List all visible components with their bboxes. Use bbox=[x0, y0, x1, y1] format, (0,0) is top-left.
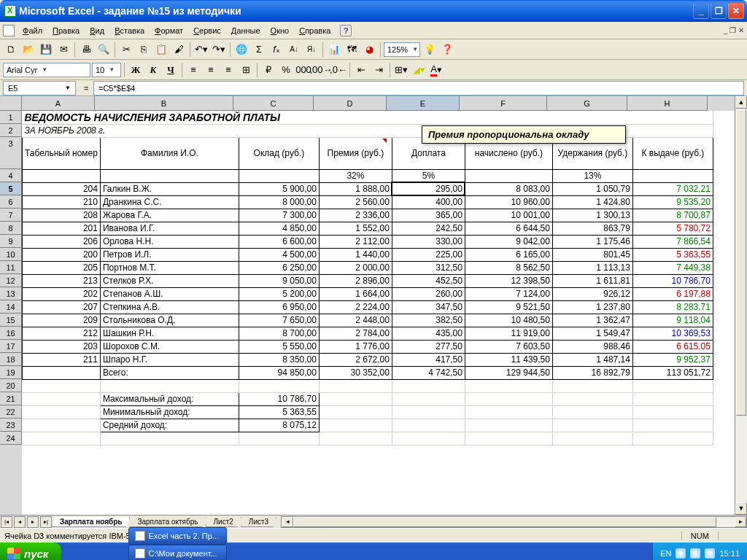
cell[interactable] bbox=[100, 169, 239, 182]
row-header-19[interactable]: 19 bbox=[0, 366, 22, 379]
cell[interactable]: 1 424,80 bbox=[552, 195, 632, 209]
cell[interactable]: 2 336,00 bbox=[319, 209, 392, 222]
scroll-right-button[interactable]: ▸ bbox=[735, 517, 746, 527]
cell[interactable]: 10 960,00 bbox=[465, 195, 552, 209]
clock[interactable]: 15:11 bbox=[719, 549, 740, 558]
cell[interactable]: 207 bbox=[23, 300, 101, 314]
sheet-tab[interactable]: Зарплата октябрь bbox=[129, 517, 206, 527]
menu-сервис[interactable]: Сервис bbox=[188, 24, 226, 37]
zoom-combo[interactable]: 125%▼ bbox=[384, 42, 420, 57]
cell[interactable]: 5 363,55 bbox=[632, 248, 713, 261]
cell[interactable]: 6 197,88 bbox=[632, 287, 713, 300]
cell[interactable]: 201 bbox=[23, 222, 101, 235]
vertical-scrollbar[interactable]: ▲ ▼ bbox=[735, 96, 747, 515]
cell[interactable]: Шпаро Н.Г. bbox=[100, 353, 239, 366]
grid-cells[interactable]: ВЕДОМОСТЬ НАЧИСЛЕНИЯ ЗАРАБОТНОЙ ПЛАТЫЗА … bbox=[22, 111, 735, 515]
cell[interactable] bbox=[319, 405, 392, 419]
cell[interactable] bbox=[552, 379, 632, 392]
cell[interactable] bbox=[23, 419, 101, 432]
open-button[interactable]: 📂 bbox=[20, 42, 36, 58]
font-color-button[interactable]: A▾ bbox=[428, 62, 444, 78]
cell[interactable]: 12 398,50 bbox=[465, 274, 552, 287]
row-header-12[interactable]: 12 bbox=[0, 274, 22, 287]
merge-center-button[interactable]: ⊞ bbox=[238, 62, 254, 78]
cell[interactable]: 1 113,13 bbox=[552, 261, 632, 274]
cell[interactable]: 926,12 bbox=[552, 287, 632, 300]
cell[interactable]: 16 892,79 bbox=[552, 366, 632, 379]
cell[interactable]: 208 bbox=[23, 209, 101, 222]
row-header-3[interactable]: 3 bbox=[0, 137, 22, 169]
cell[interactable]: 9 050,00 bbox=[239, 274, 319, 287]
cell[interactable] bbox=[392, 419, 465, 432]
cell[interactable] bbox=[632, 419, 713, 432]
cell[interactable]: 94 850,00 bbox=[239, 366, 319, 379]
cell[interactable]: 9 535,20 bbox=[632, 195, 713, 209]
cell[interactable]: 4 500,00 bbox=[239, 248, 319, 261]
cell[interactable]: 7 124,00 bbox=[465, 287, 552, 300]
cell[interactable]: 205 bbox=[23, 261, 101, 274]
tray-icon[interactable] bbox=[690, 548, 700, 559]
cell[interactable]: 2 896,00 bbox=[319, 274, 392, 287]
cell[interactable]: Средний доход: bbox=[100, 419, 239, 432]
tab-nav-prev[interactable]: ◂ bbox=[14, 516, 26, 528]
row-header-23[interactable]: 23 bbox=[0, 419, 22, 432]
row-headers[interactable]: 123456789101112131415161718192021222324 bbox=[0, 111, 22, 515]
cell[interactable]: 260,00 bbox=[392, 287, 465, 300]
cell[interactable]: 365,00 bbox=[392, 209, 465, 222]
cell[interactable]: 5 900,00 bbox=[239, 182, 319, 195]
cell[interactable] bbox=[465, 405, 552, 419]
cell[interactable]: Шорохов С.М. bbox=[100, 340, 239, 353]
percent-button[interactable]: % bbox=[278, 62, 294, 78]
cell[interactable]: 8 562,50 bbox=[465, 261, 552, 274]
row-header-4[interactable]: 4 bbox=[0, 169, 22, 182]
cell[interactable] bbox=[23, 379, 101, 392]
cell[interactable] bbox=[23, 432, 101, 445]
taskbar-button[interactable]: Excel часть 2. Пр... bbox=[128, 527, 227, 545]
cell[interactable]: 6 950,00 bbox=[239, 300, 319, 314]
bold-button[interactable]: Ж bbox=[128, 62, 144, 78]
cell[interactable]: 209 bbox=[23, 314, 101, 327]
autosum-button[interactable]: Σ bbox=[251, 42, 267, 58]
cell[interactable]: 9 118,04 bbox=[632, 314, 713, 327]
cell[interactable]: 8 700,00 bbox=[239, 327, 319, 340]
cell[interactable]: 330,00 bbox=[392, 235, 465, 248]
redo-button[interactable]: ↷▾ bbox=[211, 42, 227, 58]
cell[interactable]: 801,45 bbox=[552, 248, 632, 261]
cell[interactable] bbox=[465, 169, 552, 182]
italic-button[interactable]: К bbox=[145, 62, 161, 78]
cell[interactable]: 1 237,80 bbox=[552, 300, 632, 314]
decimal-dec-button[interactable]: ,0← bbox=[330, 62, 347, 78]
col-header-F[interactable]: F bbox=[460, 96, 547, 111]
cell[interactable]: 5 363,55 bbox=[239, 405, 319, 419]
menu-вид[interactable]: Вид bbox=[85, 24, 109, 37]
menu-вставка[interactable]: Вставка bbox=[109, 24, 150, 37]
cell[interactable]: 6 250,00 bbox=[239, 261, 319, 274]
row-header-9[interactable]: 9 bbox=[0, 235, 22, 248]
close-button[interactable]: ✕ bbox=[728, 3, 744, 19]
sheet-tab[interactable]: Лист2 bbox=[206, 517, 241, 527]
cell[interactable]: 347,50 bbox=[392, 300, 465, 314]
cell[interactable] bbox=[552, 432, 632, 445]
cell[interactable]: 1 440,00 bbox=[319, 248, 392, 261]
cell[interactable]: 8 075,12 bbox=[239, 419, 319, 432]
cell[interactable]: 7 032,21 bbox=[632, 182, 713, 195]
row-header-24[interactable]: 24 bbox=[0, 432, 22, 445]
cell[interactable] bbox=[465, 379, 552, 392]
cell[interactable]: 435,00 bbox=[392, 327, 465, 340]
scroll-thumb[interactable] bbox=[736, 109, 746, 416]
format-painter-button[interactable]: 🖌 bbox=[171, 42, 187, 58]
tab-nav-first[interactable]: |◂ bbox=[1, 516, 12, 528]
sort-desc-button[interactable]: Я↓ bbox=[303, 42, 320, 58]
cell[interactable]: 5 780,72 bbox=[632, 222, 713, 235]
cell[interactable]: 9 952,37 bbox=[632, 353, 713, 366]
menu-справка[interactable]: Справка bbox=[294, 24, 336, 37]
cell[interactable]: 1 664,00 bbox=[319, 287, 392, 300]
row-header-7[interactable]: 7 bbox=[0, 209, 22, 222]
tray-icon[interactable] bbox=[705, 548, 715, 559]
cell[interactable]: 5 550,00 bbox=[239, 340, 319, 353]
cell[interactable]: 242,50 bbox=[392, 222, 465, 235]
paste-button[interactable]: 📋 bbox=[153, 42, 169, 58]
cell[interactable]: ВЕДОМОСТЬ НАЧИСЛЕНИЯ ЗАРАБОТНОЙ ПЛАТЫ bbox=[23, 111, 713, 124]
function-button[interactable]: fₓ bbox=[268, 42, 285, 58]
cell[interactable]: 8 083,00 bbox=[465, 182, 552, 195]
